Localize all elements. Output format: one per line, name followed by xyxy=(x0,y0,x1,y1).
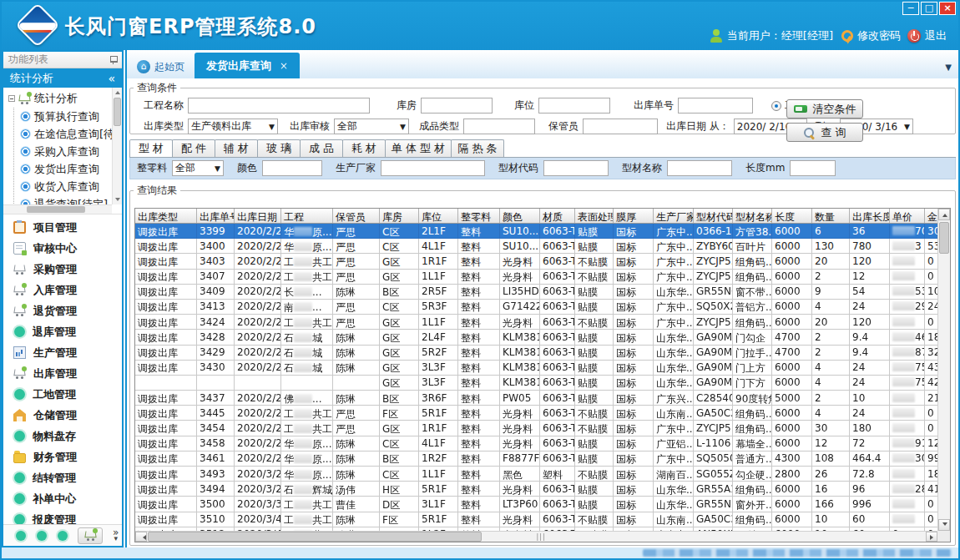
column-header-库位[interactable]: 库位 xyxy=(419,209,458,223)
keeper-input[interactable] xyxy=(583,119,658,134)
column-header-单价[interactable]: 单价 xyxy=(890,209,925,223)
grid-scroll-right-button[interactable] xyxy=(926,532,937,542)
column-header-出库类型[interactable]: 出库类型 xyxy=(135,209,197,223)
sidebar-module-出库管理[interactable]: 出库管理 xyxy=(3,363,122,384)
column-header-长度[interactable]: 长度 xyxy=(772,209,812,223)
material-tab-成品[interactable]: 成 品 xyxy=(300,139,343,157)
logout-button[interactable]: 退出 xyxy=(907,28,947,43)
sidebar-module-退库管理[interactable]: 退库管理 xyxy=(3,321,122,342)
column-header-型材代码[interactable]: 型材代码 xyxy=(694,209,733,223)
tree-item-预算执行查询[interactable]: 预算执行查询 xyxy=(14,108,112,125)
minimize-button[interactable]: − xyxy=(902,2,919,15)
table-row[interactable]: 调拨出库34452020/2/27工共工程严思F区5R1F整料光身料6063-T… xyxy=(135,406,950,421)
scroll-up-icon[interactable] xyxy=(115,91,120,94)
tree-expander-icon[interactable] xyxy=(8,95,15,102)
column-header-整零料[interactable]: 整零料 xyxy=(458,209,500,223)
out-type-combo[interactable]: 生产领料出库 ▼ xyxy=(188,119,278,134)
filter-input-型材代码[interactable] xyxy=(543,160,609,176)
sidebar-module-项目管理[interactable]: 项目管理 xyxy=(3,217,122,238)
table-row[interactable]: 调拨出库34242020/2/26工共工程严思G区1L1F整料光身料6063-T… xyxy=(135,315,950,330)
sidebar-module-财务管理[interactable]: 财务管理 xyxy=(3,446,122,467)
audit-combo[interactable]: 全部 ▼ xyxy=(334,119,409,134)
column-header-型材名称[interactable]: 型材名称 xyxy=(733,209,772,223)
sidebar-module-采购管理[interactable]: 采购管理 xyxy=(3,259,122,280)
tree-horizontal-scrollbar[interactable] xyxy=(3,204,112,214)
grid-hscroll-thumb[interactable] xyxy=(148,532,482,542)
quick-module-icon[interactable] xyxy=(58,531,68,541)
grid-vertical-scrollbar[interactable] xyxy=(937,209,950,531)
column-header-工程[interactable]: 工程 xyxy=(281,209,333,223)
sidebar-module-报废管理[interactable]: 报废管理 xyxy=(3,509,122,524)
grid-scroll-down-button[interactable] xyxy=(938,519,950,531)
sidebar-module-补单中心[interactable]: 补单中心 xyxy=(3,488,122,509)
tree-item-发货出库查询[interactable]: 发货出库查询 xyxy=(14,160,112,178)
sidebar-module-物料盘存[interactable]: 物料盘存 xyxy=(3,426,122,446)
table-row[interactable]: 调拨出库34032020/2/25工共工程严思G区1R1F整料光身料6063-T… xyxy=(135,254,950,269)
search-button[interactable]: 查 询 xyxy=(786,123,863,142)
tree-vertical-scrollbar[interactable] xyxy=(112,88,122,204)
table-row[interactable]: 调拨出库34942020/3/2石辉城汤伟H区5R1F整料光身料6063-T5贴… xyxy=(135,482,950,497)
material-tab-型材[interactable]: 型 材 xyxy=(129,139,173,157)
tree-item-在途信息查询[待[interactable]: 在途信息查询[待 xyxy=(14,125,112,143)
sidebar-module-生产管理[interactable]: 生产管理 xyxy=(3,342,122,363)
table-row[interactable]: 调拨出库34612020/2/28华原...陈琳B区1R2F整料F8877FT6… xyxy=(135,452,950,467)
grid-horizontal-scrollbar[interactable]: ||| xyxy=(135,531,937,542)
sidebar-module-退货管理[interactable]: 退货管理 xyxy=(3,300,122,321)
tab-list-chevron-icon[interactable]: ▼ xyxy=(945,63,952,72)
material-tab-隔热条[interactable]: 隔 热 条 xyxy=(451,139,504,157)
tree-hscroll-thumb[interactable] xyxy=(27,206,85,213)
table-row[interactable]: G区3L3F整料KLM38176063-T5贴膜国标山东华...GA90M09.… xyxy=(135,376,950,391)
grid-vscroll-thumb[interactable] xyxy=(939,222,949,254)
filter-combo-整零料[interactable]: 全部▼ xyxy=(172,160,224,176)
scroll-down-icon[interactable] xyxy=(115,198,120,201)
tree-item-收货入库查询[interactable]: 收货入库查询 xyxy=(14,178,112,195)
grid-scroll-left-button[interactable] xyxy=(135,532,147,542)
table-row[interactable]: 调拨出库34072020/2/25工共工程严思G区1L1F整料光身料6063-T… xyxy=(135,270,950,285)
filter-input-生产厂家[interactable] xyxy=(381,160,485,176)
column-header-出库日期[interactable]: 出库日期 xyxy=(235,209,281,223)
quick-module-icon[interactable] xyxy=(16,531,26,541)
table-row[interactable]: 调拨出库34282020/2/26石城陈琳G区2L4F整料KLM38176063… xyxy=(135,330,950,345)
table-row[interactable]: 调拨出库34932020/3/2华原...陈琳C区1L1F整料黑色塑料不贴膜国标… xyxy=(135,467,950,482)
chevron-down-icon[interactable]: ▼ xyxy=(269,123,275,131)
sidebar-module-工地管理[interactable]: 工地管理 xyxy=(3,384,122,405)
column-header-生产厂家[interactable]: 生产厂家 xyxy=(654,209,694,223)
sidebar-module-入库管理[interactable]: 入库管理 xyxy=(3,280,122,300)
quick-module-icon[interactable] xyxy=(37,531,47,541)
location-input[interactable] xyxy=(538,98,610,114)
table-row[interactable]: 调拨出库35102020/3/4工共工程陈琳F区5R1F整料光身料6063-T5… xyxy=(135,512,950,527)
material-tab-辅材[interactable]: 辅 材 xyxy=(215,139,258,157)
tree-vscroll-thumb[interactable] xyxy=(114,98,121,126)
tree-item-退货查询[待定][interactable]: 退货查询[待定] xyxy=(14,195,112,204)
chevron-down-icon[interactable]: ▼ xyxy=(215,164,220,173)
warehouse-input[interactable] xyxy=(421,98,493,114)
clear-conditions-button[interactable]: 清空条件 xyxy=(786,99,863,119)
column-header-出库长度[interactable]: 出库长度 xyxy=(850,209,890,223)
tree-root-node[interactable]: 统计分析 xyxy=(3,89,112,108)
table-row[interactable]: 调拨出库34132020/2/26南...严思C区5R3F整料G71422606… xyxy=(135,300,950,315)
filter-input-颜色[interactable] xyxy=(262,160,322,176)
tree-item-采购入库查询[interactable]: 采购入库查询 xyxy=(14,143,112,160)
material-tab-配件[interactable]: 配 件 xyxy=(172,139,215,157)
column-header-库房[interactable]: 库房 xyxy=(380,209,419,223)
column-header-材质[interactable]: 材质 xyxy=(540,209,575,223)
chevron-down-icon[interactable]: ▼ xyxy=(904,123,910,131)
project-name-input[interactable] xyxy=(188,98,370,114)
column-header-数量[interactable]: 数量 xyxy=(812,209,850,223)
table-row[interactable]: 调拨出库34002020/2/25华原...严思C区4L1F整料SU10...6… xyxy=(135,239,950,254)
column-header-出库单号[interactable]: 出库单号 xyxy=(197,209,235,223)
table-row[interactable]: 调拨出库34292020/2/26石城陈琳G区5R2F整料KLM38176063… xyxy=(135,346,950,361)
change-password-button[interactable]: 修改密码 xyxy=(840,28,901,43)
table-row[interactable]: 调拨出库35002020/3/3工共工程曹佳D区3L1F整料LT3P606063… xyxy=(135,497,950,512)
table-row[interactable]: 调拨出库34092020/2/25长...陈琳B区2R5F整料LI35HD606… xyxy=(135,285,950,300)
table-row[interactable]: 调拨出库34302020/2/26石城陈琳G区3L3F整料KLM38176063… xyxy=(135,361,950,376)
material-tab-耗材[interactable]: 耗 材 xyxy=(342,139,386,157)
collapse-icon[interactable]: « xyxy=(108,72,115,85)
filter-input-型材名称[interactable] xyxy=(667,160,732,176)
chevron-down-icon[interactable]: ▼ xyxy=(400,123,406,131)
column-header-颜色[interactable]: 颜色 xyxy=(500,209,540,223)
tab-home[interactable]: ⌂ 起始页 xyxy=(127,55,195,78)
tab-close-icon[interactable]: × xyxy=(280,60,288,72)
sidebar-module-审核中心[interactable]: 审核中心 xyxy=(3,238,122,259)
stats-section-header[interactable]: 统计分析 « xyxy=(3,68,122,88)
